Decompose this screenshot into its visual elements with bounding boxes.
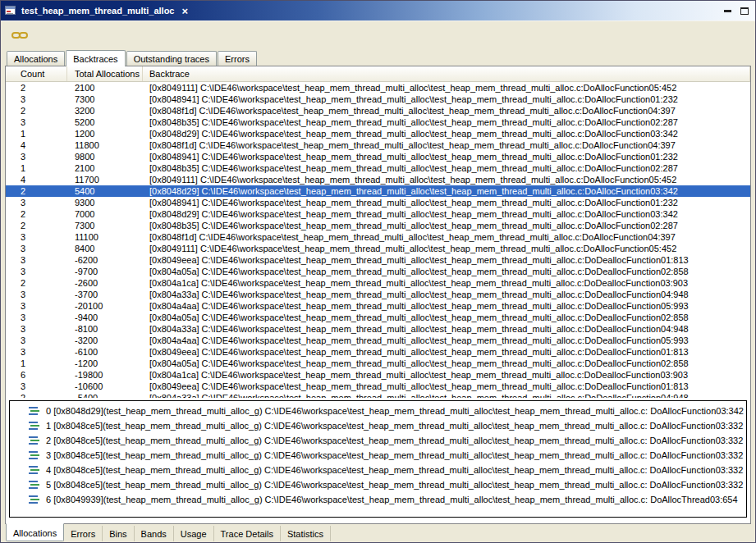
backtrace-cell: [0x8048f1d] C:\IDE46\workspace\test_heap… [143,231,750,243]
count-cell: 3 [6,243,67,254]
bottom-tab-usage[interactable]: Usage [174,526,214,541]
backtrace-cell: [0x8049111] C:\IDE46\workspace\test_heap… [143,243,750,254]
trace-detail-text: 5 [0x8048ce5](test_heap_mem_thread_multi… [46,480,743,490]
total-allocations-cell: 3200 [67,105,143,116]
table-row[interactable]: 27000[0x8048d29] C:\IDE46\workspace\test… [6,208,750,220]
total-allocations-cell: -2600 [67,277,143,289]
table-row[interactable]: 411700[0x8049111] C:\IDE46\workspace\tes… [6,174,750,185]
count-cell: 3 [6,116,67,128]
count-cell: 2 [6,392,67,398]
count-cell: 2 [6,277,67,289]
table-row[interactable]: 2-2600[0x804a1ca] C:\IDE46\workspace\tes… [6,277,750,289]
total-allocations-cell: -5400 [67,392,143,398]
table-row[interactable]: 3-3700[0x804a33a] C:\IDE46\workspace\tes… [6,289,750,300]
table-row[interactable]: 6-19800[0x804a1ca] C:\IDE46\workspace\te… [6,369,750,381]
stack-frames-icon [29,406,39,416]
table-row[interactable]: 3-6200[0x8049eea] C:\IDE46\workspace\tes… [6,254,750,266]
table-row[interactable]: 12100[0x8048b35] C:\IDE46\workspace\test… [6,162,750,174]
column-header-backtrace[interactable]: Backtrace [143,66,750,81]
table-row[interactable]: 311100[0x8048f1d] C:\IDE46\workspace\tes… [6,231,750,243]
maximize-icon [740,7,749,15]
minimize-view-button[interactable] [721,4,734,17]
trace-detail-item[interactable]: 1 [0x8048ce5](test_heap_mem_thread_multi… [10,418,746,433]
table-row[interactable]: 3-9700[0x804a05a] C:\IDE46\workspace\tes… [6,266,750,277]
total-allocations-cell: -1200 [67,358,143,369]
total-allocations-cell: 11100 [67,231,143,243]
trace-detail-item[interactable]: 2 [0x8048ce5](test_heap_mem_thread_multi… [10,433,746,448]
total-allocations-cell: -9400 [67,312,143,323]
backtrace-cell: [0x8048f1d] C:\IDE46\workspace\test_heap… [143,105,750,116]
table-row[interactable]: 2-5400[0x804a33a] C:\IDE46\workspace\tes… [6,392,750,398]
column-header-total-allocations[interactable]: Total Allocations [67,66,143,81]
trace-detail-item[interactable]: 5 [0x8048ce5](test_heap_mem_thread_multi… [10,477,746,492]
tab-errors[interactable]: Errors [218,51,257,66]
table-row[interactable]: 411800[0x8048f1d] C:\IDE46\workspace\tes… [6,139,750,151]
table-row[interactable]: 39800[0x8048941] C:\IDE46\workspace\test… [6,151,750,162]
count-cell: 1 [6,358,67,369]
stack-frames-icon [29,465,39,475]
count-cell: 3 [6,381,67,392]
total-allocations-cell: -3700 [67,289,143,300]
count-cell: 3 [6,289,67,300]
table-row[interactable]: 25400[0x8048d29] C:\IDE46\workspace\test… [6,185,750,197]
count-cell: 3 [6,197,67,208]
table-header: CountTotal AllocationsBacktrace [6,66,750,82]
table-row[interactable]: 11200[0x8048d29] C:\IDE46\workspace\test… [6,128,750,139]
trace-detail-item[interactable]: 6 [0x8049939](test_heap_mem_thread_multi… [10,492,746,507]
tab-outstanding-traces[interactable]: Outstanding traces [126,51,217,66]
table-row[interactable]: 3-9400[0x804a05a] C:\IDE46\workspace\tes… [6,312,750,323]
table-row[interactable]: 35200[0x8048b35] C:\IDE46\workspace\test… [6,116,750,128]
minimize-icon [724,10,731,12]
backtrace-cell: [0x8048f1d] C:\IDE46\workspace\test_heap… [143,139,750,151]
bottom-tab-statistics[interactable]: Statistics [281,526,331,541]
bottom-tab-bands[interactable]: Bands [135,526,174,541]
view-toolbar [1,21,755,48]
count-cell: 2 [6,208,67,220]
bottom-tab-trace-details[interactable]: Trace Details [214,526,281,541]
total-allocations-cell: 9300 [67,197,143,208]
backtrace-cell: [0x8048d29] C:\IDE46\workspace\test_heap… [143,185,750,197]
total-allocations-cell: 5200 [67,116,143,128]
table-row[interactable]: 38400[0x8049111] C:\IDE46\workspace\test… [6,243,750,254]
table-row[interactable]: 22100[0x8049111] C:\IDE46\workspace\test… [6,82,750,94]
table-row[interactable]: 1-1200[0x804a05a] C:\IDE46\workspace\tes… [6,358,750,369]
close-view-button[interactable]: × [181,6,188,16]
table-row[interactable]: 3-6100[0x8049eea] C:\IDE46\workspace\tes… [6,346,750,358]
backtrace-cell: [0x804a4aa] C:\IDE46\workspace\test_heap… [143,300,750,312]
total-allocations-cell: 8400 [67,243,143,254]
count-cell: 4 [6,139,67,151]
count-cell: 1 [6,162,67,174]
count-cell: 3 [6,335,67,346]
total-allocations-cell: -9700 [67,266,143,277]
backtrace-cell: [0x8048941] C:\IDE46\workspace\test_heap… [143,151,750,162]
total-allocations-cell: 7300 [67,94,143,105]
table-row[interactable]: 3-8100[0x804a33a] C:\IDE46\workspace\tes… [6,323,750,335]
backtrace-cell: [0x804a1ca] C:\IDE46\workspace\test_heap… [143,277,750,289]
bottom-tab-allocations[interactable]: Allocations [6,523,64,541]
bottom-tab-errors[interactable]: Errors [64,526,103,541]
link-button[interactable] [9,25,30,45]
backtrace-cell: [0x804a05a] C:\IDE46\workspace\test_heap… [143,312,750,323]
view-title: test_heap_mem_thread_multi_alloc [21,6,174,16]
table-row[interactable]: 37300[0x8048941] C:\IDE46\workspace\test… [6,94,750,105]
backtrace-cell: [0x8048b35] C:\IDE46\workspace\test_heap… [143,220,750,231]
table-row[interactable]: 3-10600[0x8049eea] C:\IDE46\workspace\te… [6,381,750,392]
table-row[interactable]: 23200[0x8048f1d] C:\IDE46\workspace\test… [6,105,750,116]
column-header-count[interactable]: Count [6,66,67,81]
tab-page: CountTotal AllocationsBacktrace 22100[0x… [5,66,751,524]
maximize-view-button[interactable] [738,4,751,17]
view-icon [4,4,17,17]
trace-detail-item[interactable]: 4 [0x8048ce5](test_heap_mem_thread_multi… [10,463,746,477]
table-row[interactable]: 3-3200[0x804a4aa] C:\IDE46\workspace\tes… [6,335,750,346]
table-row[interactable]: 39300[0x8048941] C:\IDE46\workspace\test… [6,197,750,208]
bottom-tab-bins[interactable]: Bins [103,526,134,541]
tab-allocations[interactable]: Allocations [7,51,65,66]
table-row[interactable]: 27300[0x8048b35] C:\IDE46\workspace\test… [6,220,750,231]
trace-detail-item[interactable]: 3 [0x8048ce5](test_heap_mem_thread_multi… [10,448,746,463]
view-titlebar: test_heap_mem_thread_multi_alloc × [1,1,755,21]
trace-detail-item[interactable]: 0 [0x8048d29](test_heap_mem_thread_multi… [10,404,746,418]
table-row[interactable]: 3-20100[0x804a4aa] C:\IDE46\workspace\te… [6,300,750,312]
tab-backtraces[interactable]: Backtraces [66,50,125,66]
bottom-tab-bar: AllocationsErrorsBinsBandsUsageTrace Det… [1,524,755,542]
backtrace-cell: [0x8049111] C:\IDE46\workspace\test_heap… [143,82,750,94]
